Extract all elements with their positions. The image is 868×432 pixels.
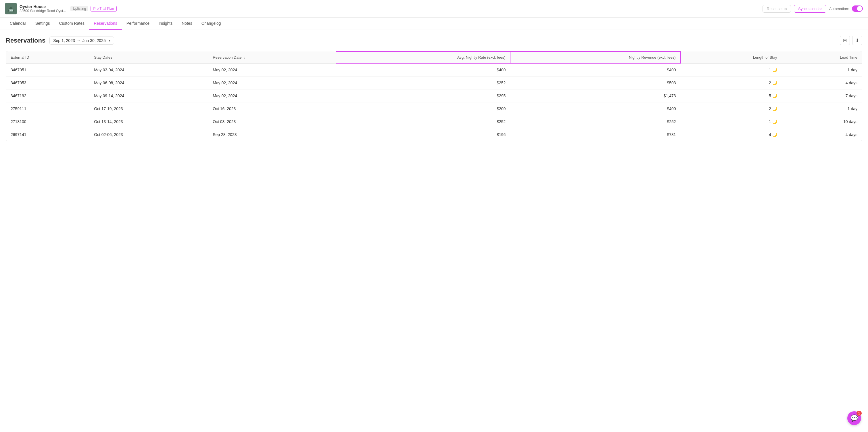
cell-length-of-stay: 1 🌙 [681, 63, 782, 77]
col-external-id: External ID [6, 52, 89, 63]
table-row: 3467051 May 03-04, 2024 May 02, 2024 $40… [6, 63, 862, 77]
table-row: 3467053 May 06-08, 2024 May 02, 2024 $25… [6, 77, 862, 89]
col-length-of-stay: Length of Stay [681, 52, 782, 63]
page-title: Reservations [6, 37, 45, 44]
reset-setup-button[interactable]: Reset setup [763, 5, 791, 13]
cell-nightly-revenue: $1,473 [510, 89, 680, 103]
automation-toggle[interactable] [852, 5, 863, 12]
cell-stay-dates: May 06-08, 2024 [89, 77, 208, 89]
cell-avg-nightly-rate: $252 [336, 77, 510, 89]
col-reservation-date[interactable]: Reservation Date ↓ [208, 52, 336, 63]
cell-length-of-stay: 2 🌙 [681, 77, 782, 89]
cell-lead-time: 7 days [782, 89, 862, 103]
cell-avg-nightly-rate: $200 [336, 103, 510, 115]
table-header-row: External ID Stay Dates Reservation Date … [6, 52, 862, 63]
cell-stay-dates: Oct 02-06, 2023 [89, 128, 208, 141]
date-from: Sep 1, 2023 [53, 38, 75, 43]
chevron-down-icon: ▾ [108, 38, 111, 42]
cell-external-id: 2697141 [6, 128, 89, 141]
table-icon: ⊞ [843, 38, 847, 43]
cell-external-id: 2718100 [6, 115, 89, 128]
table-view-button[interactable]: ⊞ [840, 36, 850, 45]
main-nav: Calendar Settings Custom Rates Reservati… [0, 18, 868, 30]
col-avg-nightly-rate: Avg. Nightly Rate (excl. fees) [336, 52, 510, 63]
moon-icon: 🌙 [772, 107, 777, 111]
header-actions: ⊞ ⬇ [840, 36, 862, 45]
cell-reservation-date: Oct 16, 2023 [208, 103, 336, 115]
cell-lead-time: 4 days [782, 77, 862, 89]
cell-avg-nightly-rate: $252 [336, 115, 510, 128]
cell-reservation-date: Sep 28, 2023 [208, 128, 336, 141]
nav-custom-rates[interactable]: Custom Rates [54, 18, 89, 30]
nav-calendar[interactable]: Calendar [5, 18, 31, 30]
cell-external-id: 3467192 [6, 89, 89, 103]
nav-settings[interactable]: Settings [31, 18, 55, 30]
topbar-right: Reset setup Sync calendar Automation: [763, 5, 863, 13]
cell-lead-time: 10 days [782, 115, 862, 128]
nav-changelog[interactable]: Changelog [197, 18, 226, 30]
cell-stay-dates: May 03-04, 2024 [89, 63, 208, 77]
moon-icon: 🌙 [772, 67, 777, 72]
cell-nightly-revenue: $400 [510, 63, 680, 77]
moon-icon: 🌙 [772, 119, 777, 124]
reservations-table: External ID Stay Dates Reservation Date … [6, 51, 862, 141]
cell-nightly-revenue: $503 [510, 77, 680, 89]
cell-external-id: 3467053 [6, 77, 89, 89]
cell-length-of-stay: 5 🌙 [681, 89, 782, 103]
automation-label: Automation: [829, 7, 849, 11]
table-row: 2759111 Oct 17-19, 2023 Oct 16, 2023 $20… [6, 103, 862, 115]
logo-area: Oyster House 33500 Sandridge Road Oyst..… [5, 3, 66, 15]
cell-external-id: 2759111 [6, 103, 89, 115]
table-row: 2718100 Oct 13-14, 2023 Oct 03, 2023 $25… [6, 115, 862, 128]
badge-pro[interactable]: Pro Trial Plan [91, 6, 116, 11]
table-row: 3467192 May 09-14, 2024 May 02, 2024 $29… [6, 89, 862, 103]
moon-icon: 🌙 [772, 132, 777, 137]
date-range-selector[interactable]: Sep 1, 2023 → Jun 30, 2025 ▾ [50, 36, 114, 45]
cell-avg-nightly-rate: $295 [336, 89, 510, 103]
sort-icon: ↓ [244, 55, 246, 60]
nav-insights[interactable]: Insights [154, 18, 177, 30]
cell-length-of-stay: 1 🌙 [681, 115, 782, 128]
cell-nightly-revenue: $781 [510, 128, 680, 141]
svg-rect-2 [10, 10, 11, 11]
cell-length-of-stay: 4 🌙 [681, 128, 782, 141]
svg-rect-3 [11, 10, 13, 11]
badge-uplisting: Uplisting [70, 6, 88, 11]
sync-calendar-button[interactable]: Sync calendar [794, 5, 826, 13]
cell-nightly-revenue: $400 [510, 103, 680, 115]
cell-stay-dates: Oct 13-14, 2023 [89, 115, 208, 128]
cell-reservation-date: May 02, 2024 [208, 89, 336, 103]
download-icon: ⬇ [855, 38, 859, 43]
cell-reservation-date: May 02, 2024 [208, 63, 336, 77]
cell-stay-dates: Oct 17-19, 2023 [89, 103, 208, 115]
cell-length-of-stay: 2 🌙 [681, 103, 782, 115]
date-to: Jun 30, 2025 [83, 38, 106, 43]
moon-icon: 🌙 [772, 93, 777, 98]
property-info: Oyster House 33500 Sandridge Road Oyst..… [20, 4, 66, 13]
property-address: 33500 Sandridge Road Oyst... [20, 9, 66, 13]
topbar: Oyster House 33500 Sandridge Road Oyst..… [0, 0, 868, 18]
nav-reservations[interactable]: Reservations [89, 18, 122, 30]
page-header: Reservations Sep 1, 2023 → Jun 30, 2025 … [6, 36, 862, 45]
table-row: 2697141 Oct 02-06, 2023 Sep 28, 2023 $19… [6, 128, 862, 141]
download-button[interactable]: ⬇ [852, 36, 862, 45]
cell-reservation-date: Oct 03, 2023 [208, 115, 336, 128]
cell-lead-time: 1 day [782, 103, 862, 115]
property-name: Oyster House [20, 4, 66, 9]
col-lead-time: Lead Time [782, 52, 862, 63]
cell-avg-nightly-rate: $400 [336, 63, 510, 77]
moon-icon: 🌙 [772, 81, 777, 85]
col-stay-dates: Stay Dates [89, 52, 208, 63]
cell-avg-nightly-rate: $196 [336, 128, 510, 141]
property-logo [5, 3, 17, 15]
cell-nightly-revenue: $252 [510, 115, 680, 128]
nav-performance[interactable]: Performance [122, 18, 154, 30]
cell-external-id: 3467051 [6, 63, 89, 77]
cell-lead-time: 1 day [782, 63, 862, 77]
cell-stay-dates: May 09-14, 2024 [89, 89, 208, 103]
page-content: Reservations Sep 1, 2023 → Jun 30, 2025 … [0, 30, 868, 147]
nav-notes[interactable]: Notes [177, 18, 197, 30]
arrow-right-icon: → [77, 38, 81, 43]
reservations-table-container: External ID Stay Dates Reservation Date … [6, 51, 862, 141]
cell-lead-time: 4 days [782, 128, 862, 141]
